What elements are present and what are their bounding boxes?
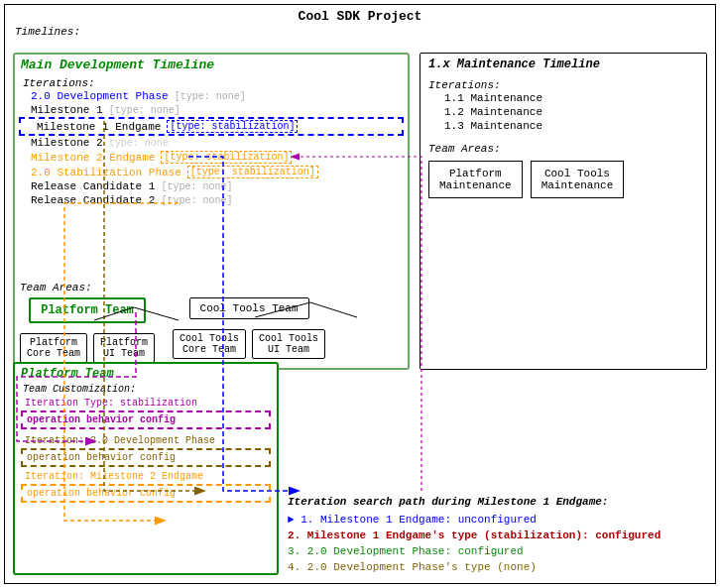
cool-tools-maintenance-box: Cool ToolsMaintenance	[531, 161, 625, 198]
iter-type-dev-phase: [type: none]	[175, 91, 246, 102]
outer-container: Cool SDK Project Timelines: Main Develop…	[4, 4, 716, 584]
cool-tools-team-label: Cool Tools Team	[189, 297, 309, 319]
team-customization-label: Team Customization:	[15, 384, 277, 395]
op-behavior-label-3: operation behavior config	[27, 488, 176, 499]
platform-team-detail-title: Platform Team	[15, 364, 277, 384]
iter-type-m1-endgame: [type: stabilization]	[167, 120, 298, 133]
iter-row-dev-phase: 2.0 Development Phase [type: none]	[15, 89, 408, 103]
iter-row-rc2: Release Candidate 2 [type: none]	[15, 193, 408, 207]
cool-tools-ui-team: Cool ToolsUI Team	[252, 329, 325, 359]
search-path-item-4: 4. 2.0 Development Phase's type (none)	[288, 559, 707, 575]
iter-type-rc1: [type: none]	[161, 181, 232, 192]
iter-name-stab-phase: 2.0 Stabilization Phase	[31, 167, 181, 178]
op-behavior-label-2: operation behavior config	[27, 452, 176, 463]
search-path-item-2: 2. Milestone 1 Endgame's type (stabiliza…	[288, 528, 707, 543]
platform-team-detail-box: Platform Team Team Customization: Iterat…	[13, 362, 279, 575]
maint-iter-3: 1.3 Maintenance	[444, 119, 706, 133]
iter-row-rc1: Release Candidate 1 [type: none]	[15, 179, 408, 193]
iter-name-dev-phase: 2.0 Development Phase	[31, 90, 169, 102]
cool-tools-core-team: Cool ToolsCore Team	[173, 329, 246, 359]
iter-name-m2: Milestone 2	[31, 137, 103, 149]
iter-row-m2-endgame: Milestone 2 Endgame [type: stabilization…	[15, 150, 408, 165]
iter-type-m2: type: none	[109, 138, 169, 149]
main-timeline-box: Main Development Timeline Iterations: 2.…	[13, 53, 410, 370]
iter-type-stab-phase: [type: stabilization]	[187, 166, 318, 178]
iter-name-rc2: Release Candidate 2	[31, 194, 155, 206]
iter-name-m1-endgame: Milestone 1 Endgame	[37, 121, 161, 133]
search-path-item-3: 3. 2.0 Development Phase: configured	[288, 543, 707, 559]
cool-tools-team-column: Cool Tools Team Cool ToolsCore Team Cool…	[173, 297, 325, 359]
iter-type-m2-endgame: [type: stabilization]	[161, 151, 292, 164]
op-behavior-config-3: operation behavior config	[21, 484, 271, 503]
platform-team-column: Platform Team PlatformCore Team Platform…	[20, 297, 155, 363]
search-path-section: Iteration search path during Milestone 1…	[288, 496, 707, 575]
op-behavior-config-1: operation behavior config	[21, 411, 271, 429]
platform-core-team: PlatformCore Team	[20, 333, 87, 363]
cool-tools-sub-teams: Cool ToolsCore Team Cool ToolsUI Team	[173, 329, 325, 359]
iter-row-stab-phase: 2.0 Stabilization Phase [type: stabiliza…	[15, 165, 408, 179]
maint-iterations-label: Iterations:	[420, 79, 706, 91]
main-timeline-title: Main Development Timeline	[15, 55, 408, 75]
main-team-areas-label: Team Areas:	[20, 282, 403, 294]
search-path-item-1: ► 1. Milestone 1 Endgame: unconfigured	[288, 512, 707, 528]
iter-type-rc2: [type: none]	[161, 195, 232, 206]
op-behavior-config-2: operation behavior config	[21, 448, 271, 467]
platform-maintenance-box: PlatformMaintenance	[428, 161, 523, 198]
main-iterations-label: Iterations:	[15, 77, 408, 89]
main-team-areas: Team Areas: Platform Team PlatformCore T…	[20, 282, 403, 363]
platform-ui-team: PlatformUI Team	[93, 333, 155, 363]
main-teams-row: Platform Team PlatformCore Team Platform…	[20, 297, 403, 363]
iter-type-m1: [type: none]	[109, 105, 180, 116]
maint-iter-list: 1.1 Maintenance 1.2 Maintenance 1.3 Main…	[420, 91, 706, 133]
iter-name-m2-endgame: Milestone 2 Endgame	[31, 152, 155, 164]
iter-m2-label: Iteration: Milestone 2 Endgame	[15, 471, 277, 482]
maint-iter-1: 1.1 Maintenance	[444, 91, 706, 105]
iter-row-m1-endgame: Milestone 1 Endgame [type: stabilization…	[19, 117, 404, 136]
iter-row-m2: Milestone 2 type: none	[15, 136, 408, 150]
search-path-title: Iteration search path during Milestone 1…	[288, 496, 707, 508]
page-title: Cool SDK Project	[5, 5, 715, 26]
iter-dev-phase-label: Iteration: 2.0 Development Phase	[15, 435, 277, 446]
iter-name-m1: Milestone 1	[31, 104, 103, 116]
maint-team-boxes: PlatformMaintenance Cool ToolsMaintenanc…	[420, 161, 706, 198]
iter-row-m1: Milestone 1 [type: none]	[15, 103, 408, 117]
maintenance-timeline-box: 1.x Maintenance Timeline Iterations: 1.1…	[420, 53, 707, 370]
maint-team-areas-label: Team Areas:	[420, 143, 706, 155]
iter-name-rc1: Release Candidate 1	[31, 180, 155, 192]
op-behavior-label-1: operation behavior config	[27, 414, 176, 425]
platform-sub-teams: PlatformCore Team PlatformUI Team	[20, 333, 155, 363]
timelines-label: Timelines:	[5, 26, 715, 38]
platform-team-label: Platform Team	[29, 297, 146, 323]
iter-type-line: Iteration Type: stabilization	[15, 398, 277, 409]
maint-iter-2: 1.2 Maintenance	[444, 105, 706, 119]
maintenance-timeline-title: 1.x Maintenance Timeline	[420, 54, 706, 75]
